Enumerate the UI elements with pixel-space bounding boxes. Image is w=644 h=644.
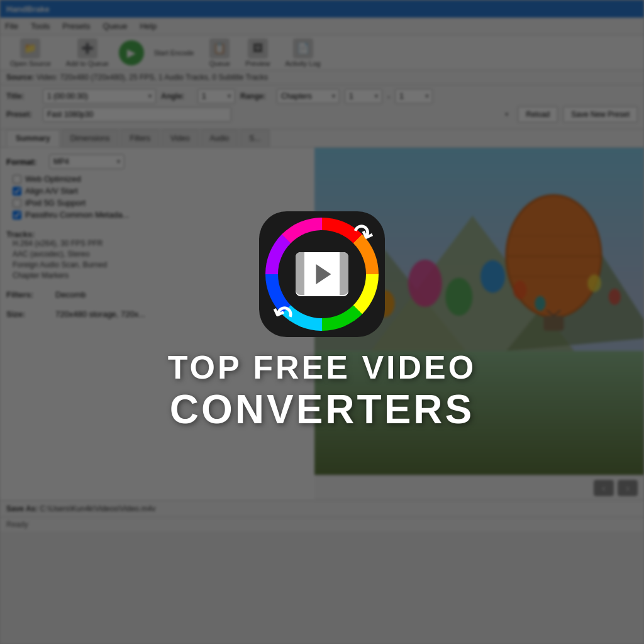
app-icon-container: ↷ ↶ [259, 211, 385, 337]
overlay-title-line2: CONVERTERS [168, 386, 476, 433]
overlay-text-wrapper: TOP FREE VIDEO CONVERTERS [168, 350, 476, 432]
overlay: ↷ ↶ TOP FREE VIDEO CONVERTERS [0, 0, 644, 644]
overlay-title-line1: TOP FREE VIDEO [168, 350, 476, 386]
icon-film-right [340, 252, 348, 295]
icon-play-button [316, 264, 331, 284]
icon-film-left [296, 252, 304, 295]
icon-film-strip [296, 252, 348, 296]
